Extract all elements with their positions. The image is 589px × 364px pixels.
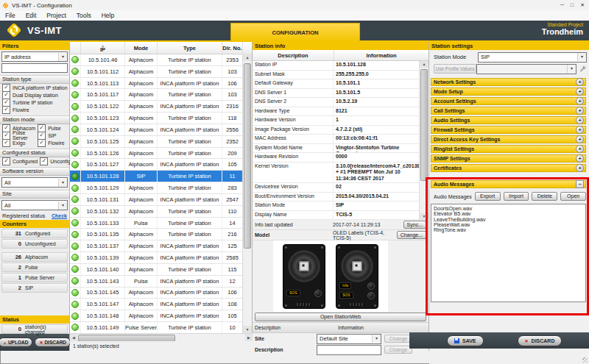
expand-plus-icon[interactable]: + xyxy=(576,154,584,163)
vertical-scrollbar[interactable]: ▲ ▼ xyxy=(242,54,252,333)
site-value-select[interactable]: Default Site ▾ xyxy=(317,334,381,344)
settings-section-bar[interactable]: Firewall Settings + xyxy=(431,126,586,134)
discard-button-sidebar[interactable]: ✕ DISCARD xyxy=(35,338,71,347)
expand-plus-icon[interactable]: + xyxy=(576,107,584,115)
audio-action-button[interactable]: Export xyxy=(475,192,501,201)
expand-plus-icon[interactable]: + xyxy=(576,97,584,105)
chevron-down-icon[interactable]: ▾ xyxy=(577,53,586,61)
column-mode[interactable]: Mode xyxy=(125,42,158,54)
menu-item[interactable]: Help xyxy=(96,12,119,19)
table-row[interactable]: 10.5.101.113 Alphacom INCA platform IP s… xyxy=(70,78,252,90)
filter-checkbox[interactable]: ✓ Flowire xyxy=(35,139,69,146)
audio-messages-bar[interactable]: Audio Messages − xyxy=(431,180,586,188)
site-select[interactable]: All ▾ xyxy=(1,200,68,210)
expand-plus-icon[interactable]: + xyxy=(576,88,584,96)
table-row[interactable]: 10.5.101.147 Alphacom INCA platform IP s… xyxy=(70,299,252,310)
change-description-button[interactable]: Change xyxy=(384,346,412,354)
filter-checkbox[interactable]: ✓ Exigo xyxy=(0,139,35,146)
audio-action-button[interactable]: Delete xyxy=(532,192,557,201)
expand-plus-icon[interactable]: + xyxy=(576,164,584,172)
tab-configuration[interactable]: CONFIGURATION xyxy=(230,23,360,41)
open-stationweb-button[interactable]: Open StationWeb xyxy=(255,313,426,321)
audio-action-button[interactable]: Open xyxy=(560,192,586,201)
table-row[interactable]: 10.5.101.139 Alphacom INCA platform IP s… xyxy=(70,252,252,264)
settings-section-bar[interactable]: Call Settings + xyxy=(431,107,586,115)
table-row[interactable]: 10.5.101.143 Pulse INCA platform IP stat… xyxy=(70,276,252,288)
table-row[interactable]: 10.5.101.133 Pulse Turbine IP station 14 xyxy=(70,218,252,229)
save-button[interactable]: SAVE xyxy=(447,335,484,346)
scroll-right-icon[interactable]: ▶ xyxy=(245,334,253,341)
table-row[interactable]: 10.5.101.122 Alphacom INCA platform IP s… xyxy=(70,101,252,113)
station-mode-select[interactable]: SIP ▾ xyxy=(478,52,587,63)
change-site-button[interactable]: Change xyxy=(384,335,412,343)
filter-checkbox[interactable]: ✓ Dual Display station xyxy=(0,91,69,99)
scroll-up-icon[interactable]: ▲ xyxy=(420,61,428,68)
filter-checkbox[interactable]: ✓ Flowire xyxy=(0,106,69,113)
settings-section-bar[interactable]: SNMP Settings + xyxy=(431,154,586,163)
chevron-down-icon[interactable]: ▾ xyxy=(567,65,576,73)
audio-action-button[interactable]: Import xyxy=(504,192,529,201)
menu-item[interactable]: Tools xyxy=(71,12,96,19)
filter-checkbox[interactable]: ✓ INCA platform IP station xyxy=(0,84,69,91)
filter-checkbox[interactable]: ✓ Configured xyxy=(0,157,38,165)
table-row[interactable]: 10.5.101.145 Alphacom INCA platform IP s… xyxy=(70,288,252,299)
audio-file-item[interactable]: LeaveTheBuilding.wav xyxy=(434,217,585,222)
menu-item[interactable]: Edit xyxy=(21,12,42,19)
use-profile-values-button[interactable]: Use Profile Values xyxy=(434,64,476,74)
table-row[interactable]: 10.5.101.126 Alphacom Turbine IP station… xyxy=(70,148,252,160)
table-row[interactable]: 10.5.101.132 Alphacom Turbine IP station… xyxy=(70,206,252,218)
software-version-select[interactable]: All ▾ xyxy=(1,177,68,188)
horizontal-scrollbar[interactable]: ◀ ▶ xyxy=(70,333,253,341)
table-row[interactable]: 10.5.101.124 Alphacom INCA platform IP s… xyxy=(70,124,252,136)
scroll-left-icon[interactable]: ◀ xyxy=(70,334,77,341)
info-scrollbar[interactable]: ▲ ▼ xyxy=(419,61,428,220)
wrench-icon[interactable] xyxy=(578,65,587,74)
expand-plus-icon[interactable]: + xyxy=(576,116,584,124)
settings-section-bar[interactable]: Network Settings + xyxy=(431,78,586,86)
scroll-up-icon[interactable]: ▲ xyxy=(243,54,252,61)
table-row[interactable]: 10.5.101.46 Alphacom Turbine IP station … xyxy=(70,54,252,66)
description-input[interactable] xyxy=(317,345,381,355)
upload-button[interactable]: ▲ UPLOAD xyxy=(0,338,32,347)
table-row[interactable]: 10.5.101.137 Alphacom INCA platform IP s… xyxy=(70,240,252,252)
settings-section-bar[interactable]: Account Settings + xyxy=(431,97,586,105)
table-row[interactable]: 10.5.101.148 Alphacom INCA platform IP s… xyxy=(70,310,252,322)
table-row[interactable]: 10.5.101.125 Alphacom Turbine IP station… xyxy=(70,136,252,148)
filter-value-input[interactable] xyxy=(1,63,68,73)
column-dir-no[interactable]: Dir. No. xyxy=(222,42,243,54)
table-row[interactable]: 10.5.101.129 Alphacom Turbine IP station… xyxy=(70,182,252,194)
settings-section-bar[interactable]: Audio Settings + xyxy=(431,116,586,124)
column-type[interactable]: Type xyxy=(158,42,222,54)
scrollbar-thumb[interactable] xyxy=(244,63,251,249)
menu-item[interactable]: Project xyxy=(41,12,71,19)
expand-plus-icon[interactable]: + xyxy=(576,126,584,134)
table-row[interactable]: 10.5.101.140 Alphacom Turbine IP station… xyxy=(70,264,252,276)
expand-plus-icon[interactable]: + xyxy=(576,135,584,143)
table-row[interactable]: 10.5.101.112 Alphacom Turbine IP station… xyxy=(70,66,252,78)
check-link[interactable]: Check xyxy=(52,213,67,218)
settings-section-bar[interactable]: Direct Access Key Settings + xyxy=(431,135,586,143)
expand-plus-icon[interactable]: + xyxy=(576,145,584,153)
table-row[interactable]: 10.5.101.127 Alphacom INCA platform IP s… xyxy=(70,159,252,171)
table-row[interactable]: 10.5.101.117 Alphacom Turbine IP station… xyxy=(70,89,252,101)
scroll-down-icon[interactable]: ▼ xyxy=(243,326,252,333)
table-row[interactable]: 10.5.101.123 Alphacom Turbine IP station… xyxy=(70,113,252,124)
chevron-down-icon[interactable]: ▾ xyxy=(58,53,67,61)
chevron-down-icon[interactable]: ▾ xyxy=(58,201,67,210)
table-row[interactable]: 10.5.101.149 Pulse Server Turbine IP sta… xyxy=(70,322,252,334)
minimize-icon[interactable]: ─ xyxy=(560,2,564,8)
menu-item[interactable]: File xyxy=(0,12,21,19)
change-model-button[interactable]: Change... xyxy=(397,231,426,239)
audio-files-listbox[interactable]: DoorIsOpen.wavElevator B5.wavLeaveTheBui… xyxy=(431,204,586,302)
table-row[interactable]: 10.5.101.131 Alphacom INCA platform IP s… xyxy=(70,194,252,206)
chevron-down-icon[interactable]: ▾ xyxy=(372,335,381,343)
expand-plus-icon[interactable]: + xyxy=(576,78,584,86)
audio-file-item[interactable]: RingTone.wav xyxy=(434,227,585,232)
audio-file-item[interactable]: PleaseWait.wav xyxy=(434,222,585,227)
sync-button[interactable]: Sync... xyxy=(403,221,426,229)
profile-select[interactable]: ▾ xyxy=(476,64,576,74)
settings-section-bar[interactable]: Ringlist Settings + xyxy=(431,145,586,153)
collapse-minus-icon[interactable]: − xyxy=(576,180,584,188)
close-icon[interactable]: ✕ xyxy=(580,2,585,8)
filter-checkbox[interactable]: ✓ Pulse Server xyxy=(0,132,35,139)
